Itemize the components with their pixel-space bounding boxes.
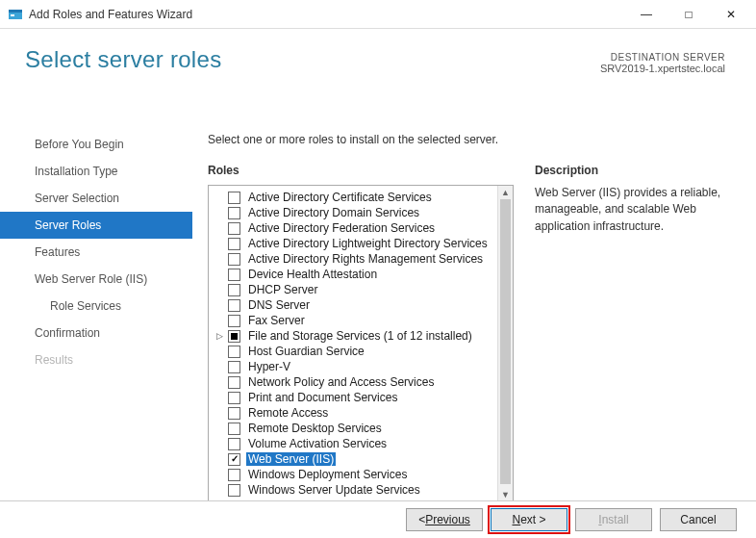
role-row[interactable]: DNS Server (211, 297, 495, 313)
role-checkbox[interactable] (228, 284, 240, 296)
scroll-down-icon[interactable]: ▼ (498, 488, 513, 501)
role-row[interactable]: Active Directory Certificate Services (211, 190, 495, 205)
role-row[interactable]: Active Directory Federation Services (211, 220, 495, 236)
next-button[interactable]: Next > (491, 508, 567, 531)
nav-item-before-you-begin[interactable]: Before You Begin (0, 131, 192, 158)
role-row[interactable]: Host Guardian Service (211, 344, 495, 359)
role-checkbox[interactable] (228, 222, 240, 235)
role-row[interactable]: Hyper-V (211, 359, 495, 374)
role-checkbox[interactable] (228, 238, 240, 250)
wizard-footer: < Previous Next > Install Cancel (0, 500, 756, 538)
title-bar: Add Roles and Features Wizard — □ ✕ (0, 0, 756, 29)
role-label: Windows Server Update Services (246, 483, 422, 497)
role-row[interactable]: Windows Server Update Services (211, 482, 495, 498)
svg-rect-2 (11, 14, 14, 16)
role-row[interactable]: Volume Activation Services (211, 436, 495, 451)
role-checkbox[interactable] (228, 299, 240, 312)
role-checkbox[interactable] (228, 315, 240, 327)
description-heading: Description (535, 164, 727, 177)
role-label: Active Directory Federation Services (246, 221, 437, 235)
role-row[interactable]: Remote Desktop Services (211, 421, 495, 436)
role-row[interactable]: Active Directory Domain Services (211, 205, 495, 220)
description-text: Web Server (IIS) provides a reliable, ma… (535, 185, 727, 235)
role-checkbox[interactable] (228, 269, 240, 281)
role-label: Device Health Attestation (246, 268, 379, 281)
role-label: Remote Access (246, 406, 330, 420)
nav-item-web-server-role-iis-[interactable]: Web Server Role (IIS) (0, 266, 192, 293)
role-row[interactable]: Device Health Attestation (211, 267, 495, 282)
role-checkbox[interactable] (228, 423, 240, 435)
role-checkbox[interactable] (228, 330, 240, 343)
role-checkbox[interactable] (228, 376, 240, 389)
nav-item-results: Results (0, 346, 192, 373)
role-label: Windows Deployment Services (246, 468, 409, 481)
role-label: Active Directory Certificate Services (246, 191, 434, 204)
nav-item-role-services[interactable]: Role Services (0, 293, 192, 320)
role-row[interactable]: Remote Access (211, 405, 495, 421)
roles-listbox: Active Directory Certificate ServicesAct… (208, 185, 514, 502)
role-checkbox[interactable] (228, 407, 240, 420)
role-row[interactable]: Active Directory Rights Management Servi… (211, 251, 495, 267)
svg-rect-1 (9, 10, 22, 13)
role-label: Remote Desktop Services (246, 422, 384, 435)
role-label: File and Storage Services (1 of 12 insta… (246, 329, 474, 343)
install-button[interactable]: Install (575, 508, 652, 531)
main-panel: Select one or more roles to install on t… (208, 133, 727, 502)
role-label: Volume Activation Services (246, 437, 389, 450)
scroll-up-icon[interactable]: ▲ (498, 186, 513, 199)
role-checkbox[interactable] (228, 192, 240, 204)
close-button[interactable]: ✕ (710, 1, 752, 28)
role-label: Active Directory Lightweight Directory S… (246, 237, 490, 250)
role-row[interactable]: Active Directory Lightweight Directory S… (211, 236, 495, 251)
role-label: Network Policy and Access Services (246, 375, 436, 389)
nav-item-installation-type[interactable]: Installation Type (0, 158, 192, 185)
destination-value: SRV2019-1.xpertstec.local (600, 63, 725, 74)
role-checkbox[interactable] (228, 438, 240, 450)
role-label: Host Guardian Service (246, 345, 366, 358)
role-checkbox[interactable] (228, 361, 240, 373)
role-row[interactable]: Fax Server (211, 313, 495, 328)
role-label: Active Directory Rights Management Servi… (246, 252, 485, 266)
role-row[interactable]: Windows Deployment Services (211, 467, 495, 482)
wizard-nav: Before You BeginInstallation TypeServer … (0, 131, 192, 373)
role-checkbox[interactable] (228, 469, 240, 481)
app-icon (8, 7, 23, 22)
role-row[interactable]: Print and Document Services (211, 390, 495, 405)
role-checkbox[interactable] (228, 207, 240, 219)
role-checkbox[interactable] (228, 253, 240, 266)
instruction-text: Select one or more roles to install on t… (208, 133, 727, 146)
roles-heading: Roles (208, 164, 514, 177)
role-checkbox[interactable] (228, 346, 240, 358)
previous-button[interactable]: < Previous (406, 508, 483, 531)
nav-item-features[interactable]: Features (0, 239, 192, 266)
minimize-button[interactable]: — (625, 1, 668, 28)
content-area: Select server roles DESTINATION SERVER S… (0, 29, 756, 500)
nav-item-server-selection[interactable]: Server Selection (0, 185, 192, 212)
maximize-button[interactable]: □ (668, 1, 710, 28)
scroll-thumb[interactable] (500, 199, 511, 484)
role-checkbox[interactable] (228, 392, 240, 404)
role-row[interactable]: ▷File and Storage Services (1 of 12 inst… (211, 328, 495, 344)
expand-icon[interactable]: ▷ (214, 331, 224, 341)
destination-block: DESTINATION SERVER SRV2019-1.xpertstec.l… (600, 52, 725, 74)
role-checkbox[interactable] (228, 453, 240, 466)
role-label: Active Directory Domain Services (246, 206, 421, 219)
role-label: DNS Server (246, 298, 312, 312)
destination-label: DESTINATION SERVER (600, 52, 725, 63)
role-row[interactable]: Web Server (IIS) (211, 451, 495, 467)
role-label: Web Server (IIS) (246, 452, 336, 466)
role-label: Print and Document Services (246, 391, 399, 404)
nav-item-server-roles[interactable]: Server Roles (0, 212, 192, 239)
role-row[interactable]: Network Policy and Access Services (211, 374, 495, 390)
window-title: Add Roles and Features Wizard (29, 8, 625, 21)
role-label: Hyper-V (246, 360, 292, 373)
role-row[interactable]: DHCP Server (211, 282, 495, 297)
role-checkbox[interactable] (228, 484, 240, 497)
role-label: Fax Server (246, 314, 307, 327)
role-label: DHCP Server (246, 283, 319, 296)
nav-item-confirmation[interactable]: Confirmation (0, 320, 192, 346)
cancel-button[interactable]: Cancel (660, 508, 737, 531)
roles-scrollbar[interactable]: ▲ ▼ (497, 186, 513, 501)
